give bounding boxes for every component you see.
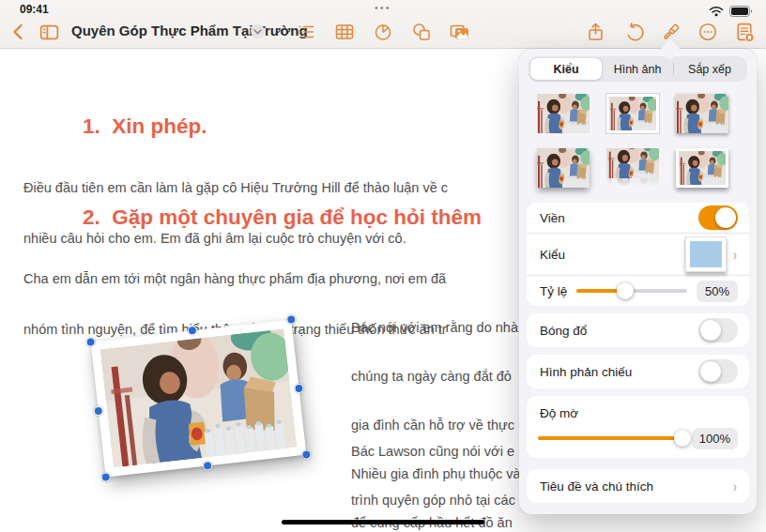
format-inspector-popover: Kiểu Hình ảnh Sắp xếp Viền [519,49,757,514]
title-menu-button[interactable] [251,24,265,38]
multitask-dots-icon: ••• [375,2,391,13]
opacity-label-row: Độ mờ [527,396,749,424]
frame-style-label: Kiểu [540,248,565,262]
inspector-tabs: Kiểu Hình ảnh Sắp xếp [529,56,747,82]
heading-2: 2. Gặp một chuyên gia để học hỏi thêm [83,205,482,230]
style-thumbnail-white-border[interactable] [606,94,659,133]
table-insert-button[interactable] [331,19,358,45]
style-thumbnail-reflection[interactable] [606,148,659,188]
shadow-toggle[interactable] [698,318,738,342]
opacity-slider[interactable] [538,436,682,440]
photo-image [100,328,298,467]
document-title[interactable]: Quyên Góp Thực Phẩm Tại Trường [71,23,308,38]
style-thumbnail-frame-curved-shadow[interactable] [676,148,728,188]
chevron-down-icon [253,29,262,35]
document-options-button[interactable] [731,19,758,45]
top-toolbar: 09:41 ••• Quyên Góp Thực Phẩm Tại Trường [0,0,766,49]
sidebar-toggle-button[interactable] [36,19,62,45]
doc-text-line: Bác Lawson cũng nói với e [351,442,519,461]
shapes-insert-button[interactable] [408,19,435,45]
opacity-label: Độ mờ [540,406,578,420]
chart-insert-button[interactable] [370,19,396,45]
border-label: Viền [540,211,565,225]
frame-style-preview[interactable] [685,236,727,272]
share-button[interactable] [582,19,608,45]
back-button[interactable] [6,19,32,45]
shadow-label: Bóng đổ [540,324,587,338]
selection-handle[interactable] [294,383,304,393]
undo-button[interactable] [621,19,648,45]
caption-card: Tiêu đề và chú thích › [527,469,749,503]
doc-text-line: Điều đầu tiên em cần làm là gặp cô Hiệu … [23,178,448,199]
pages-app: 09:41 ••• Quyên Góp Thực Phẩm Tại Trường [0,0,766,532]
selection-handle[interactable] [301,449,312,460]
scale-label: Tỷ lệ [540,284,567,298]
media-insert-button[interactable] [447,19,473,45]
border-style-scale-card: Viền Kiểu › Tỷ lệ 50% [527,203,749,306]
scale-row: Tỷ lệ 50% [527,275,749,306]
frame-style-preview-fill [690,241,722,267]
doc-text-line: Cha em dẫn em tới một ngân hàng thực phẩ… [23,269,447,290]
opacity-card: Độ mờ 100% [527,396,749,458]
doc-text-line: trình quyên góp nhỏ tại các [351,491,519,509]
chevron-right-icon: › [733,247,737,263]
style-thumbnail-drop-shadow[interactable] [676,94,728,133]
tab-arrange[interactable]: Sắp xếp [674,58,745,80]
column-paragraph-2: Bác Lawson cũng nói với e trình quyên gó… [351,412,519,532]
frame-style-row[interactable]: Kiểu › [527,233,749,275]
opacity-slider-row: 100% [527,424,749,452]
reflection-fade [606,178,659,188]
selection-handle[interactable] [187,326,197,336]
selection-handle[interactable] [202,461,212,471]
selection-handle[interactable] [85,337,96,347]
home-indicator[interactable] [282,520,484,524]
doc-text-line: chúng ta ngày càng đắt đỏ [351,367,521,386]
style-thumbnail-soft-shadow[interactable] [537,148,590,188]
style-thumbnail-plain[interactable] [537,94,590,133]
scale-value: 50% [697,281,738,302]
shadow-card: Bóng đổ [527,313,749,347]
doc-text-line: Bác nói với em rằng do nhà [351,318,521,337]
selection-handle[interactable] [100,472,111,482]
tab-style[interactable]: Kiểu [530,58,602,80]
caption-row[interactable]: Tiêu đề và chú thích › [527,469,749,503]
list-styles-button[interactable] [293,19,319,45]
reflection-card: Hình phản chiếu [527,355,749,388]
heading-1: 1. Xin phép. [83,114,207,139]
caption-label: Tiêu đề và chú thích [540,479,653,494]
border-row: Viền [527,203,749,233]
chevron-right-icon: › [733,479,737,494]
border-toggle[interactable] [698,205,738,230]
selection-handle[interactable] [93,405,103,416]
reflection-label: Hình phản chiếu [540,365,632,379]
scale-slider-knob[interactable] [617,282,634,299]
scale-slider[interactable] [576,289,687,293]
status-time: 09:41 [20,3,49,16]
reflection-row: Hình phản chiếu [527,355,749,388]
selected-photo[interactable] [91,319,307,477]
reflection-toggle[interactable] [698,359,738,384]
more-button[interactable] [695,19,721,45]
opacity-value: 100% [692,428,738,449]
tab-image[interactable]: Hình ảnh [602,58,673,80]
opacity-slider-knob[interactable] [674,430,691,447]
opacity-slider-fill [538,436,682,440]
shadow-row: Bóng đổ [527,313,749,347]
